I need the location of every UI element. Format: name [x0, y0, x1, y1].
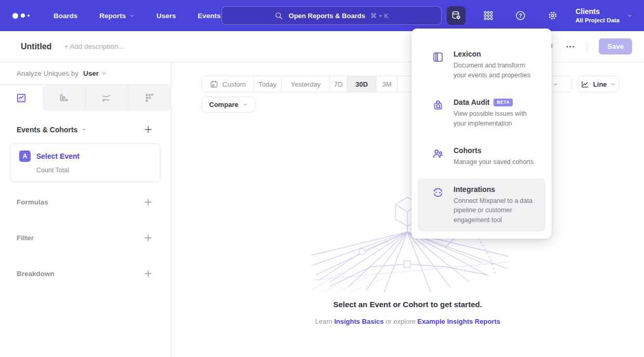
date-range-yesterday[interactable]: Yesterday: [281, 76, 330, 92]
integrations-icon: [432, 185, 444, 225]
navbar-right-group: ? Clients All Project Data: [447, 0, 644, 31]
select-event-button[interactable]: Select Event: [36, 152, 79, 160]
menu-item-description: Manage your saved cohorts: [454, 157, 533, 167]
menu-item-title: Data Audit: [454, 98, 489, 106]
query-sidebar: Analyze Uniques by User: [0, 62, 171, 357]
menu-item-title: Lexicon: [454, 50, 481, 58]
empty-state: Select an Event or Cohort to get started…: [171, 300, 644, 325]
report-description-placeholder[interactable]: + Add description...: [64, 43, 124, 50]
project-switcher[interactable]: Clients All Project Data: [576, 7, 633, 24]
empty-state-subtitle: Learn Insights Basics or explore Example…: [171, 318, 644, 325]
more-options-icon[interactable]: [565, 42, 576, 52]
chevron-down-icon: [101, 71, 107, 76]
plus-icon: [143, 125, 153, 134]
chevron-down-icon: [610, 81, 616, 87]
menu-item-lexicon[interactable]: Lexicon Document and transform your even…: [418, 43, 545, 87]
svg-text:?: ?: [519, 13, 522, 19]
add-breakdown-button[interactable]: [143, 269, 153, 279]
search-shortcut: ⌘ + K: [371, 12, 389, 20]
search-input[interactable]: Open Reports & Boards ⌘ + K: [222, 6, 442, 25]
menu-item-description: Connect Mixpanel to a data pipeline or c…: [454, 196, 537, 225]
filter-label: Filter: [17, 234, 34, 242]
empty-state-title: Select an Event or Cohort to get started…: [171, 300, 644, 309]
primary-nav: Boards Reports Users Events: [43, 0, 231, 31]
menu-item-data-audit[interactable]: Data Audit BETA View possible issues wit…: [418, 91, 545, 135]
chart-type-tabs: [0, 85, 171, 111]
chevron-down-icon: [242, 102, 248, 107]
menu-item-description: View possible issues with your implement…: [454, 109, 537, 128]
date-range-7d[interactable]: 7D: [330, 76, 347, 92]
events-cohorts-header: Events & Cohorts: [0, 125, 171, 134]
analyze-value-dropdown[interactable]: User: [83, 70, 107, 77]
breakdown-row: Breakdown: [0, 269, 171, 279]
data-management-button[interactable]: [447, 6, 465, 25]
add-formula-button[interactable]: [143, 197, 153, 207]
date-range-custom[interactable]: Custom: [202, 76, 253, 92]
compare-dropdown[interactable]: Compare: [201, 97, 256, 113]
menu-item-description: Document and transform your events and p…: [454, 61, 537, 80]
menu-item-title: Cohorts: [454, 146, 482, 155]
tab-flows[interactable]: [85, 85, 128, 111]
menu-item-integrations[interactable]: Integrations Connect Mixpanel to a data …: [418, 178, 545, 232]
event-card[interactable]: A Select Event Count Total: [10, 143, 160, 182]
formulas-label: Formulas: [17, 198, 48, 206]
line-chart-icon: [581, 80, 590, 89]
filter-row: Filter: [0, 233, 171, 243]
flows-icon: [101, 92, 112, 104]
divider: [587, 41, 587, 52]
add-filter-button[interactable]: [143, 233, 153, 243]
formulas-row: Formulas: [0, 197, 171, 207]
settings-button[interactable]: [543, 6, 562, 25]
metrics-dots-icon: [144, 92, 155, 104]
chart-style-dropdown[interactable]: Line: [578, 76, 619, 92]
top-navbar: Boards Reports Users Events Open Reports…: [0, 0, 644, 31]
event-aggregation-dropdown[interactable]: Count Total: [36, 167, 152, 174]
insights-basics-link[interactable]: Insights Basics: [334, 318, 383, 325]
tab-insights-line[interactable]: [0, 85, 43, 111]
main-content: Custom Today Yesterday 7D 30D 3M 6M Comp…: [171, 62, 644, 357]
cohorts-icon: [432, 146, 444, 167]
breakdown-label: Breakdown: [17, 270, 54, 278]
events-cohorts-dropdown[interactable]: Events & Cohorts: [17, 126, 87, 134]
apps-grid-button[interactable]: [479, 6, 498, 25]
save-button[interactable]: Save: [599, 38, 632, 54]
report-title[interactable]: Untitled: [21, 42, 52, 51]
project-scope: All Project Data: [576, 17, 620, 24]
gear-icon: [547, 10, 558, 21]
add-event-button[interactable]: [143, 125, 153, 134]
menu-item-title: Integrations: [454, 185, 495, 194]
apps-grid-icon: [483, 10, 494, 21]
chevron-down-icon: [627, 13, 633, 19]
mixpanel-logo[interactable]: [12, 13, 33, 19]
event-series-badge: A: [19, 150, 31, 162]
date-range-today[interactable]: Today: [253, 76, 281, 92]
analyze-row: Analyze Uniques by User: [0, 62, 171, 85]
search-icon: [275, 11, 283, 20]
tab-metrics[interactable]: [128, 85, 171, 111]
insights-chart-icon: [16, 92, 27, 104]
database-gear-icon: [450, 10, 462, 21]
example-insights-reports-link[interactable]: Example Insights Reports: [417, 318, 500, 325]
plus-icon: [143, 269, 153, 279]
nav-item-boards[interactable]: Boards: [43, 0, 89, 31]
date-range-30d-selected[interactable]: 30D: [347, 76, 376, 92]
tab-bar-chart[interactable]: [43, 85, 85, 111]
analyze-label: Analyze Uniques by: [17, 70, 78, 77]
chevron-down-icon: [129, 13, 135, 19]
menu-item-cohorts[interactable]: Cohorts Manage your saved cohorts: [418, 140, 545, 174]
bar-chart-icon: [58, 92, 70, 104]
chevron-down-icon: [81, 127, 87, 132]
help-icon: ?: [515, 10, 526, 21]
lexicon-icon: [432, 50, 444, 80]
beta-badge: BETA: [494, 99, 513, 106]
chevron-down-icon: [553, 81, 558, 87]
help-button[interactable]: ?: [511, 6, 530, 25]
nav-item-users[interactable]: Users: [146, 0, 187, 31]
nav-item-reports[interactable]: Reports: [89, 0, 146, 31]
data-management-menu: Lexicon Document and transform your even…: [412, 29, 552, 239]
data-audit-icon: [432, 98, 444, 128]
report-actions: Save: [543, 38, 632, 54]
plus-icon: [143, 197, 153, 207]
calendar-icon: [210, 80, 218, 89]
date-range-3m[interactable]: 3M: [376, 76, 397, 92]
